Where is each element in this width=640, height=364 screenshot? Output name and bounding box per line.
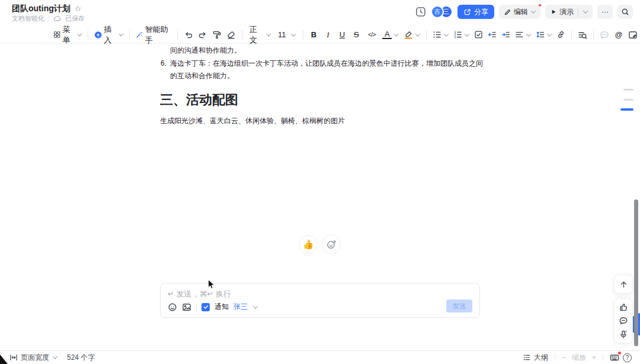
- outline-indicator[interactable]: [623, 89, 633, 91]
- comment-toolbar: 通知 张三: [168, 302, 258, 312]
- strikethrough-button[interactable]: S: [349, 28, 363, 41]
- list-item[interactable]: 海边卡丁车：在海边组织一次卡丁车活动，让团队成员在海边的景色中进行比赛，增加团队…: [170, 57, 483, 82]
- checkbox-icon: [474, 30, 483, 39]
- highlight-color-button[interactable]: [401, 28, 423, 41]
- zoom-in-button[interactable]: +: [592, 353, 596, 362]
- numbered-list-button[interactable]: 123: [451, 28, 472, 41]
- menu-button[interactable]: 菜单: [51, 22, 84, 47]
- header: 团队outing计划 ☆ 文档智能化 已保存 吉 三 分享 编辑 演示: [0, 0, 640, 24]
- insert-image-button[interactable]: [626, 28, 640, 41]
- align-button[interactable]: [513, 28, 533, 41]
- section-heading[interactable]: 三、活动配图: [160, 91, 238, 109]
- zoom-out-button[interactable]: −: [562, 353, 566, 362]
- undo-button[interactable]: [181, 28, 196, 41]
- scroll-to-top-button[interactable]: [614, 275, 633, 294]
- divider: [177, 30, 178, 40]
- send-button[interactable]: 发送: [446, 299, 472, 313]
- paint-roller-icon: [212, 30, 222, 40]
- line-spacing-icon: [536, 30, 545, 39]
- paragraph-overflow[interactable]: 间的沟通和协作能力。: [170, 44, 241, 57]
- italic-button[interactable]: I: [321, 28, 335, 41]
- clear-format-button[interactable]: [224, 28, 238, 41]
- header-actions: 吉 三 分享 编辑 演示 ···: [415, 5, 633, 19]
- mouse-cursor: [207, 279, 216, 291]
- redo-icon: [198, 30, 207, 40]
- comment-input[interactable]: ↵ 发送，⌘↵ 换行: [168, 289, 231, 299]
- divider: [88, 30, 88, 40]
- outline-indicator-active[interactable]: [620, 108, 633, 111]
- help-button[interactable]: ?: [623, 353, 632, 362]
- bullet-list-icon: [433, 30, 441, 39]
- bullet-list-button[interactable]: [430, 28, 451, 41]
- inline-code-button[interactable]: </>: [363, 30, 380, 40]
- format-painter-button[interactable]: [210, 28, 224, 41]
- divider: [129, 30, 130, 40]
- chevron-down-icon: [547, 31, 552, 36]
- more-button[interactable]: ···: [597, 5, 613, 19]
- indent-button[interactable]: [499, 28, 513, 41]
- avatar[interactable]: 吉: [431, 5, 444, 18]
- comment-float-button[interactable]: [619, 316, 628, 326]
- chevron-down-icon[interactable]: [253, 304, 258, 308]
- chevron-down-icon: [465, 31, 469, 36]
- indent-icon: [501, 30, 510, 39]
- outdent-icon: [488, 30, 497, 39]
- line-spacing-button[interactable]: [533, 28, 554, 41]
- comment-bubble-icon: [600, 30, 609, 40]
- font-color-button[interactable]: A: [380, 28, 401, 41]
- save-status: 已保存: [65, 14, 85, 23]
- page-width-select[interactable]: 页面宽度: [9, 353, 57, 363]
- present-button[interactable]: 演示: [545, 5, 593, 19]
- font-size-select[interactable]: 11: [274, 28, 299, 41]
- redo-button[interactable]: [196, 28, 210, 41]
- underline-button[interactable]: U: [335, 28, 349, 41]
- outdent-button[interactable]: [485, 28, 499, 41]
- divider: [555, 354, 555, 361]
- link-button[interactable]: [554, 28, 568, 41]
- chevron-down-icon: [394, 31, 399, 36]
- subtitle-row: 文档智能化 已保存: [12, 14, 85, 23]
- paragraph-style-select[interactable]: 正文: [246, 22, 274, 47]
- chevron-down-icon: [415, 31, 420, 36]
- bold-button[interactable]: B: [306, 28, 321, 41]
- divider: [49, 15, 49, 22]
- comment-button[interactable]: [597, 28, 612, 41]
- insert-button[interactable]: 插入: [92, 22, 126, 47]
- svg-text:A: A: [625, 330, 628, 333]
- mention-button[interactable]: @: [612, 28, 626, 41]
- notify-checkbox[interactable]: [201, 303, 210, 311]
- ai-assistant-button[interactable]: 智能助手: [133, 22, 174, 47]
- scrollbar[interactable]: [634, 199, 638, 346]
- notify-target[interactable]: 张三: [233, 302, 248, 312]
- chevron-down-icon[interactable]: [583, 8, 588, 13]
- edit-mode-button[interactable]: 编辑: [499, 5, 540, 19]
- divider: [426, 30, 427, 40]
- status-bar: 页面宽度 524 个字 大纲 − 缩放 + ?: [0, 350, 640, 364]
- align-left-icon: [515, 30, 524, 39]
- divider: [571, 30, 572, 40]
- keyboard-icon: [610, 353, 619, 362]
- like-button[interactable]: [619, 302, 628, 312]
- shortcut-keyboard-button[interactable]: [610, 353, 619, 362]
- emoji-button[interactable]: [168, 302, 177, 312]
- task-list-button[interactable]: [472, 28, 485, 41]
- chevron-down-icon: [526, 31, 531, 36]
- caption-paragraph[interactable]: 生成阳光沙滩、蓝天白云、休闲体验、躺椅、棕榈树的图片: [160, 115, 345, 127]
- history-icon[interactable]: [415, 7, 426, 17]
- chevron-down-icon: [531, 8, 536, 13]
- numbered-list-icon: 123: [453, 30, 462, 39]
- doc-ai-label[interactable]: 文档智能化: [12, 14, 44, 23]
- outline-toggle[interactable]: 大纲: [523, 353, 548, 363]
- share-button[interactable]: 分享: [457, 5, 494, 19]
- image-button[interactable]: [182, 302, 191, 312]
- favorite-star-icon[interactable]: ☆: [75, 4, 82, 13]
- voice-input-button[interactable]: A: [619, 330, 628, 339]
- search-button[interactable]: [617, 5, 633, 19]
- collaborator-avatars[interactable]: 吉 三: [431, 5, 453, 18]
- outline-indicator[interactable]: [623, 99, 633, 101]
- thumbs-up-reaction[interactable]: 👍: [299, 235, 318, 254]
- highlighter-icon: [404, 30, 413, 40]
- find-replace-button[interactable]: [575, 28, 590, 41]
- grid-icon: [53, 30, 60, 39]
- add-reaction-button[interactable]: [322, 235, 341, 254]
